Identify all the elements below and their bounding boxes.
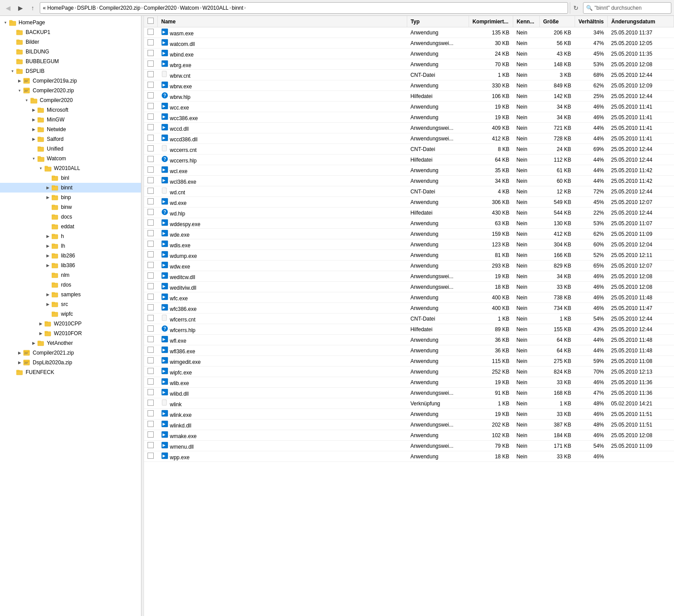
file-checkbox-34[interactable] <box>144 388 158 398</box>
file-checkbox-35[interactable] <box>144 398 158 409</box>
file-checkbox-11[interactable] <box>144 144 158 155</box>
file-checkbox-29[interactable] <box>144 335 158 345</box>
checkbox-35[interactable] <box>148 400 154 406</box>
tree-item-compiler2021[interactable]: ▶ZIPCompiler2021.zip <box>0 348 141 358</box>
file-checkbox-28[interactable] <box>144 324 158 335</box>
table-row[interactable]: ▶weditviw.dllAnwendungswei...18 KBNein33… <box>144 282 674 292</box>
tree-item-rdos[interactable]: ▶rdos <box>0 280 141 290</box>
file-checkbox-9[interactable] <box>144 123 158 133</box>
checkbox-16[interactable] <box>148 198 154 204</box>
tree-item-nlm[interactable]: ▶nlm <box>0 270 141 280</box>
tree-item-wipfc[interactable]: ▶wipfc <box>0 309 141 319</box>
table-row[interactable]: wlinkVerknüpfung1 KBNein1 KB48%05.02.201… <box>144 398 674 409</box>
tree-item-docs[interactable]: ▶docs <box>0 212 141 222</box>
tree-arrow-w2010for[interactable]: ▶ <box>37 330 44 337</box>
tree-arrow-compiler2021[interactable]: ▶ <box>16 349 23 356</box>
tree-arrow-compiler2020[interactable]: ▾ <box>23 97 30 104</box>
table-row[interactable]: ▶weditcw.dllAnwendungswei...19 KBNein34 … <box>144 271 674 282</box>
tree-item-yetanother[interactable]: ▶YetAnother <box>0 338 141 348</box>
checkbox-7[interactable] <box>148 103 154 109</box>
tree-item-binp[interactable]: ▶binp <box>0 193 141 202</box>
tree-arrow-homepage[interactable]: ▾ <box>2 19 9 26</box>
table-row[interactable]: ▶wdump.exeAnwendung81 KBNein166 KB52%25.… <box>144 250 674 261</box>
table-row[interactable]: ?wccerrs.hlpHilfedatei64 KBNein112 KB44%… <box>144 155 674 165</box>
checkbox-37[interactable] <box>148 421 154 427</box>
up-button[interactable]: ↑ <box>27 3 38 13</box>
col-header-typ[interactable]: Typ <box>407 16 469 27</box>
checkbox-9[interactable] <box>148 124 154 130</box>
checkbox-23[interactable] <box>148 272 154 279</box>
file-checkbox-8[interactable] <box>144 112 158 123</box>
file-checkbox-38[interactable] <box>144 430 158 441</box>
tree-arrow-lib386[interactable]: ▶ <box>44 262 51 269</box>
file-checkbox-32[interactable] <box>144 367 158 377</box>
tree-item-compiler2020[interactable]: ▾Compiler2020 <box>0 95 141 105</box>
checkbox-0[interactable] <box>148 29 154 35</box>
tree-item-lib386[interactable]: ▶lib386 <box>0 261 141 270</box>
tree-item-salford[interactable]: ▶Salford <box>0 134 141 144</box>
table-row[interactable]: ▶wmenu.dllAnwendungswei...79 KBNein171 K… <box>144 441 674 451</box>
tree-item-compiler2020zip[interactable]: ▾ZIPCompiler2020.zip <box>0 86 141 95</box>
file-checkbox-33[interactable] <box>144 377 158 388</box>
col-header-komprimiert[interactable]: Komprimiert... <box>469 16 513 27</box>
file-checkbox-1[interactable] <box>144 38 158 49</box>
checkbox-39[interactable] <box>148 442 154 448</box>
file-checkbox-5[interactable] <box>144 80 158 91</box>
refresh-button[interactable]: ↻ <box>570 2 581 14</box>
checkbox-3[interactable] <box>148 60 154 67</box>
file-checkbox-12[interactable] <box>144 155 158 165</box>
file-checkbox-20[interactable] <box>144 239 158 250</box>
table-row[interactable]: ▶wdw.exeAnwendung293 KBNein829 KB65%25.0… <box>144 261 674 271</box>
tree-item-unified[interactable]: ▶Unified <box>0 144 141 154</box>
tree-item-watcom[interactable]: ▾Watcom <box>0 154 141 163</box>
file-checkbox-4[interactable] <box>144 70 158 80</box>
table-row[interactable]: ▶wipfc.exeAnwendung252 KBNein824 KB70%25… <box>144 367 674 377</box>
col-header-kenn[interactable]: Kenn... <box>513 16 539 27</box>
file-checkbox-27[interactable] <box>144 314 158 324</box>
table-row[interactable]: ▶wde.exeAnwendung159 KBNein412 KB62%25.0… <box>144 229 674 239</box>
checkbox-25[interactable] <box>148 294 154 300</box>
checkbox-8[interactable] <box>148 113 154 120</box>
checkbox-4[interactable] <box>148 71 154 77</box>
table-row[interactable]: ▶wddespy.exeAnwendung63 KBNein130 KB53%2… <box>144 218 674 229</box>
table-row[interactable]: ▶wccd386.dllAnwendungswei...412 KBNein72… <box>144 133 674 144</box>
table-row[interactable]: ▶wbrw.exeAnwendung330 KBNein849 KB62%25.… <box>144 80 674 91</box>
tree-arrow-lh[interactable]: ▶ <box>44 242 51 249</box>
tree-item-dsplib[interactable]: ▾DSPLIB <box>0 66 141 76</box>
file-checkbox-31[interactable] <box>144 356 158 367</box>
table-row[interactable]: wfcerrs.cntCNT-Datei1 KBNein1 KB54%25.05… <box>144 314 674 324</box>
checkbox-26[interactable] <box>148 304 154 310</box>
checkbox-34[interactable] <box>148 389 154 395</box>
tree-arrow-src[interactable]: ▶ <box>44 301 51 308</box>
tree-item-binw[interactable]: ▶binw <box>0 202 141 212</box>
table-row[interactable]: ?wd.hlpHilfedatei430 KBNein544 KB22%25.0… <box>144 208 674 218</box>
checkbox-14[interactable] <box>148 177 154 183</box>
col-header-check[interactable] <box>144 16 158 27</box>
checkbox-13[interactable] <box>148 166 154 173</box>
table-row[interactable]: ▶wbind.exeAnwendung24 KBNein43 KB45%25.0… <box>144 49 674 59</box>
tree-arrow-w2010cpp[interactable]: ▶ <box>37 320 44 327</box>
tree-arrow-lib286[interactable]: ▶ <box>44 252 51 259</box>
table-row[interactable]: ▶wcl386.exeAnwendung34 KBNein60 KB44%25.… <box>144 176 674 186</box>
tree-item-bildung[interactable]: ▶BILDUNG <box>0 47 141 57</box>
tree-item-w2010for[interactable]: ▶W2010FOR <box>0 329 141 338</box>
table-row[interactable]: ▶wpp.exeAnwendung18 KBNein33 KB46% <box>144 451 674 462</box>
table-row[interactable]: ▶wlib.exeAnwendung19 KBNein33 KB46%25.05… <box>144 377 674 388</box>
tree-item-h[interactable]: ▶h <box>0 231 141 241</box>
tree-item-dsplib2020a[interactable]: ▶ZIPDspLib2020a.zip <box>0 358 141 367</box>
table-row[interactable]: ▶wcl.exeAnwendung35 KBNein61 KB44%25.05.… <box>144 165 674 176</box>
table-row[interactable]: ▶wfl386.exeAnwendung36 KBNein64 KB44%25.… <box>144 345 674 356</box>
col-header-grosse[interactable]: Größe <box>539 16 575 27</box>
col-header-verhaltnis[interactable]: Verhältnis <box>575 16 607 27</box>
checkbox-12[interactable] <box>148 156 154 162</box>
checkbox-15[interactable] <box>148 188 154 194</box>
address-bar[interactable]: « HomePage › DSPLIB › Compiler2020.zip ›… <box>40 2 568 14</box>
tree-arrow-w2010all[interactable]: ▾ <box>37 165 44 172</box>
checkbox-32[interactable] <box>148 368 154 374</box>
select-all-checkbox[interactable] <box>148 18 154 24</box>
checkbox-10[interactable] <box>148 135 154 141</box>
file-checkbox-0[interactable] <box>144 27 158 38</box>
tree-item-backup1[interactable]: ▶BACKUP1 <box>0 27 141 37</box>
file-checkbox-10[interactable] <box>144 133 158 144</box>
tree-item-bubblegum[interactable]: ▶BUBBLEGUM <box>0 57 141 66</box>
